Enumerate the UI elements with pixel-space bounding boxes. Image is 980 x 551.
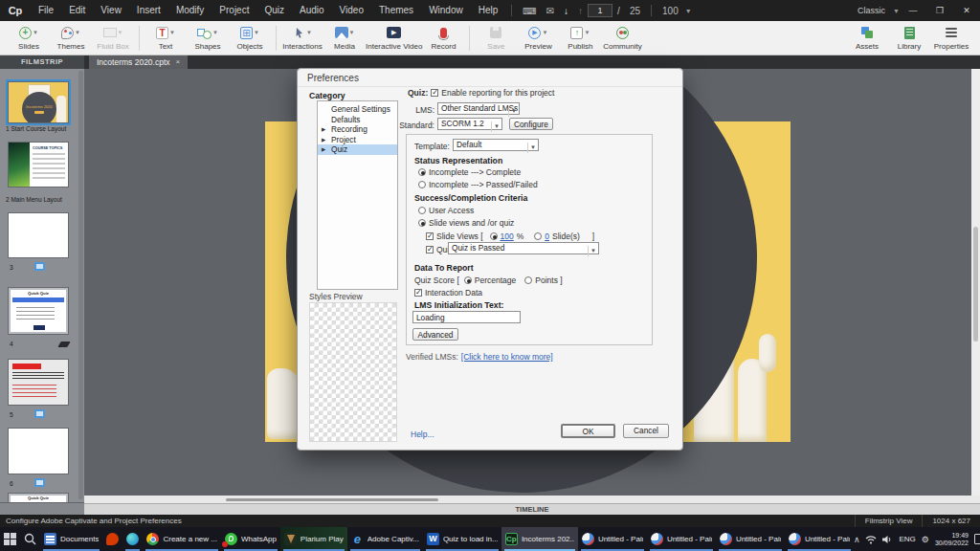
properties-button[interactable]: Properties: [930, 22, 972, 55]
taskbar-documents[interactable]: Documents: [40, 527, 102, 551]
tray-settings-icon[interactable]: ⚙: [922, 535, 929, 544]
lms-dropdown[interactable]: Other Standard LMSs▼: [437, 102, 520, 115]
taskbar-ie-adobe-captivate[interactable]: e Adobe Captiv...: [347, 527, 423, 551]
language-indicator[interactable]: ENG: [899, 535, 915, 543]
library-button[interactable]: Library: [888, 22, 930, 55]
taskbar-office[interactable]: [102, 527, 122, 551]
document-tab[interactable]: Incoterms 2020.cptx ×: [89, 55, 188, 69]
record-button[interactable]: Record: [422, 22, 464, 55]
shapes-button[interactable]: ▼ Shapes: [187, 22, 229, 55]
percentage-radio[interactable]: [464, 276, 472, 284]
standard-dropdown[interactable]: SCORM 1.2▼: [437, 118, 502, 130]
advanced-button[interactable]: Advanced: [412, 328, 458, 341]
slide-thumbnail-7[interactable]: Quick Quiz: [8, 493, 69, 502]
user-access-radio[interactable]: [418, 207, 426, 214]
slide-3-indicator-icon[interactable]: [34, 262, 45, 271]
canvas-vertical-scrollbar[interactable]: [971, 69, 980, 496]
themes-button[interactable]: ▼ Themes: [50, 22, 92, 55]
workspace-selector[interactable]: Classic: [852, 6, 891, 15]
tree-item-general-settings[interactable]: General Settings: [318, 104, 397, 115]
enable-reporting-checkbox[interactable]: [431, 89, 438, 97]
menu-help[interactable]: Help: [471, 0, 506, 21]
maximize-button[interactable]: ❐: [926, 0, 953, 21]
wifi-icon[interactable]: [865, 535, 877, 544]
canvas-horizontal-scrollbar[interactable]: [84, 496, 980, 503]
ok-button[interactable]: OK: [561, 424, 615, 438]
menu-themes[interactable]: Themes: [371, 0, 421, 21]
menu-modify[interactable]: Modify: [168, 0, 212, 21]
slide-count-value[interactable]: 0: [545, 231, 549, 241]
capture-screen-icon[interactable]: ⌨: [518, 6, 541, 16]
quiz-criteria-dropdown[interactable]: Quiz is Passed▼: [448, 242, 599, 254]
speaker-icon[interactable]: [882, 535, 893, 544]
verified-lms-link[interactable]: [Click here to know more]: [461, 352, 553, 362]
tree-item-defaults[interactable]: Defaults: [318, 115, 397, 125]
taskbar-word[interactable]: W Quiz to load in...: [423, 527, 501, 551]
menu-video[interactable]: Video: [332, 0, 371, 21]
incomplete-complete-radio[interactable]: [418, 168, 426, 176]
template-dropdown[interactable]: Default▼: [453, 139, 539, 151]
timeline-bar[interactable]: TIMELINE: [84, 503, 980, 515]
slide-6-indicator-icon[interactable]: [34, 478, 45, 487]
interactions-button[interactable]: ▼ Interactions: [281, 22, 323, 55]
minimize-button[interactable]: —: [900, 0, 926, 21]
clock[interactable]: 19:49 30/09/2022: [935, 532, 969, 547]
close-button[interactable]: ✕: [953, 0, 980, 21]
slide-5-indicator-icon[interactable]: [34, 409, 45, 418]
tree-item-quiz[interactable]: ▶Quiz: [318, 144, 397, 155]
taskbar-paint-2[interactable]: Untitled - Paint: [647, 527, 716, 551]
cancel-button[interactable]: Cancel: [623, 424, 669, 438]
slide-thumbnail-3[interactable]: [8, 212, 69, 258]
menu-quiz[interactable]: Quiz: [256, 0, 292, 21]
text-button[interactable]: T▼ Text: [145, 22, 187, 55]
slide-thumbnail-4[interactable]: Quick Quiz: [8, 287, 69, 335]
expand-arrow-icon[interactable]: ▶: [322, 124, 325, 135]
view-mode[interactable]: Filmstrip View: [855, 515, 923, 527]
taskbar-whatsapp[interactable]: WhatsApp: [221, 527, 280, 551]
help-link[interactable]: Help...: [411, 430, 434, 439]
mail-icon[interactable]: ✉: [542, 6, 559, 16]
slide-views-percent-value[interactable]: 100: [501, 231, 514, 241]
menu-file[interactable]: File: [31, 0, 61, 21]
expand-arrow-icon[interactable]: ▶: [322, 144, 325, 155]
taskbar-search-button[interactable]: [20, 527, 40, 551]
next-slide-icon[interactable]: ↑: [573, 6, 588, 16]
taskbar-captivate-active[interactable]: Cp Incoterms 202...: [501, 527, 578, 551]
taskbar-paint-3[interactable]: Untitled - Paint: [716, 527, 785, 551]
taskbar-chrome[interactable]: Create a new ...: [143, 527, 220, 551]
points-radio[interactable]: [524, 276, 532, 284]
slide-views-checkbox[interactable]: [426, 232, 434, 240]
menu-insert[interactable]: Insert: [129, 0, 168, 21]
start-button[interactable]: [0, 527, 20, 551]
slide-thumbnail-5[interactable]: [8, 359, 69, 406]
tray-chevron-icon[interactable]: ∧: [854, 535, 860, 544]
menu-window[interactable]: Window: [421, 0, 471, 21]
menu-view[interactable]: View: [93, 0, 129, 21]
community-button[interactable]: Community: [601, 22, 643, 55]
menu-project[interactable]: Project: [212, 0, 256, 21]
objects-button[interactable]: ⊞▼ Objects: [229, 22, 271, 55]
quiz-checkbox[interactable]: [426, 246, 434, 253]
expand-arrow-icon[interactable]: ▶: [322, 135, 325, 145]
media-button[interactable]: ▼ Media: [323, 22, 366, 55]
tree-item-recording[interactable]: ▶Recording: [318, 124, 397, 135]
menu-edit[interactable]: Edit: [61, 0, 93, 21]
tab-close-icon[interactable]: ×: [176, 55, 181, 69]
percent-radio[interactable]: [490, 232, 498, 240]
menu-audio[interactable]: Audio: [292, 0, 332, 21]
previous-slide-icon[interactable]: ↓: [559, 6, 573, 16]
zoom-caret-icon[interactable]: ▼: [683, 8, 692, 14]
lms-init-input[interactable]: [412, 311, 521, 323]
slide-count-radio[interactable]: [534, 232, 542, 240]
interactive-video-button[interactable]: ▶ Interactive Video: [366, 22, 422, 55]
incomplete-passfail-radio[interactable]: [418, 181, 426, 188]
slide-thumbnail-6[interactable]: [8, 428, 69, 474]
interaction-data-checkbox[interactable]: [414, 289, 422, 297]
filmstrip-scrollbar[interactable]: [78, 71, 83, 499]
configure-button[interactable]: Configure: [509, 118, 553, 130]
assets-button[interactable]: Assets: [846, 22, 888, 55]
slide-number-input[interactable]: 1: [588, 4, 612, 17]
preview-button[interactable]: ▶▼ Preview: [517, 22, 559, 55]
taskbar-paint-4[interactable]: Untitled - Paint: [785, 527, 854, 551]
notification-center-icon[interactable]: 24: [974, 534, 980, 544]
